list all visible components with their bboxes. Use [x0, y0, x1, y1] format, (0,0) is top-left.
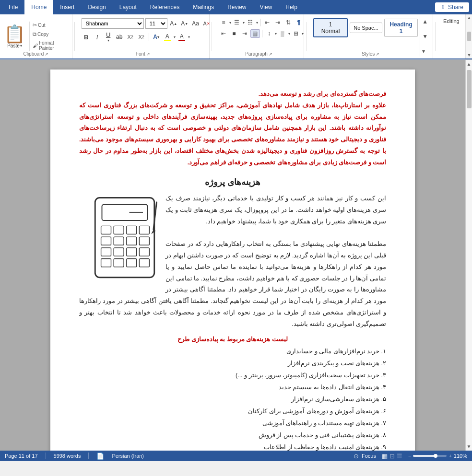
svg-rect-16 [114, 259, 124, 267]
tab-help[interactable]: Help [279, 0, 304, 14]
tab-insert[interactable]: Insert [53, 0, 81, 14]
styles-scroll-up[interactable]: ▲ [422, 18, 428, 25]
paste-dropdown-arrow[interactable]: ▾ [20, 44, 22, 48]
scroll-thumb[interactable] [467, 70, 472, 108]
format-painter-icon: 🖌 [33, 43, 38, 48]
focus-label: Focus [362, 453, 376, 459]
subheading: لیست هزینه‌های مربوط به پیاده‌سازی طرح [79, 336, 386, 343]
change-case-button[interactable]: Aa [191, 19, 201, 28]
print-layout-button[interactable]: ▦ [382, 453, 388, 460]
bold-button[interactable]: B [82, 32, 91, 42]
tab-view[interactable]: View [253, 0, 279, 14]
show-hide-button[interactable]: ¶ [294, 18, 304, 27]
style-heading1-button[interactable]: Heading 1 [384, 19, 418, 37]
tab-design[interactable]: Design [81, 0, 112, 14]
language-label: Persian (Iran) [112, 453, 144, 459]
view-buttons: ▦ ⊡ ☰ [382, 453, 402, 460]
increase-indent-button[interactable]: ⇥ [273, 18, 283, 27]
borders-button[interactable]: ⊞ [291, 29, 301, 38]
doc-scrollbar[interactable]: ▲ ▼ [465, 60, 472, 451]
font-name-select[interactable]: Shabnam [82, 18, 144, 29]
justify-button[interactable]: ▤ [250, 29, 260, 38]
tab-layout[interactable]: Layout [113, 0, 143, 14]
zoom-level: 110% [454, 453, 467, 459]
bullets-button[interactable]: ≡ [219, 18, 228, 27]
copy-button[interactable]: ⧉ Copy [32, 31, 68, 38]
tab-home[interactable]: Home [24, 0, 53, 14]
paste-icon: 📋 [4, 24, 25, 44]
numbering-dropdown[interactable]: ▾ [243, 21, 245, 25]
style-nospace-button[interactable]: No Spac... [350, 23, 382, 33]
clipboard-label: Clipboard [23, 51, 44, 57]
ribbon-scroll-down[interactable]: ▼ [467, 53, 471, 58]
cut-button[interactable]: ✂ Cut [32, 22, 68, 29]
zoom-handle[interactable] [434, 454, 437, 458]
increase-font-button[interactable]: A▲ [169, 19, 178, 28]
tab-references[interactable]: References [143, 0, 186, 14]
read-mode-button[interactable]: ☰ [397, 453, 402, 460]
ribbon-scroll-up[interactable]: ▲ [467, 15, 471, 20]
highlight-dropdown[interactable]: ▾ [174, 35, 176, 39]
share-icon: ⇧ [441, 4, 446, 11]
svg-rect-7 [101, 237, 111, 245]
ribbon-scrollbar[interactable]: ▲ ▼ [466, 14, 472, 58]
paragraph-group-label: Paragraph [245, 51, 268, 57]
paragraph-dialog-icon[interactable]: ↗ [269, 52, 272, 57]
align-center-button[interactable]: ■ [229, 29, 239, 38]
strikethrough-button[interactable]: ab [115, 32, 124, 42]
font-size-select[interactable]: 11 [145, 18, 167, 29]
shading-dropdown[interactable]: ▾ [288, 32, 290, 36]
borders-dropdown[interactable]: ▾ [302, 32, 304, 36]
font-group: Shabnam 11 A▲ A▼ Aa A✕ B I U ▾ [77, 14, 210, 58]
share-button[interactable]: ⇧ Share [435, 2, 469, 12]
zoom-out-button[interactable]: − [408, 453, 411, 459]
font-color-button[interactable]: A [177, 32, 187, 42]
font-color-dropdown[interactable]: ▾ [188, 35, 190, 39]
font-dialog-icon[interactable]: ↗ [146, 52, 150, 57]
word-count-label: 5998 words [54, 453, 81, 459]
scroll-up-arrow[interactable]: ▲ [465, 60, 472, 68]
clipboard-dialog-icon[interactable]: ↗ [45, 52, 48, 57]
styles-expand[interactable]: ▾ [422, 48, 428, 55]
paste-button[interactable]: 📋 Paste ▾ [4, 24, 25, 49]
proofing-icon: 📄 [96, 453, 104, 460]
multilevel-dropdown[interactable]: ▾ [256, 21, 258, 25]
line-spacing-dropdown[interactable]: ▾ [275, 32, 277, 36]
list-item: ۷. هزینه‌های تهیه مستندات و راهنماهای آم… [79, 418, 386, 430]
underline-dropdown[interactable]: ▾ [107, 38, 109, 43]
shading-button[interactable]: ▒ [278, 29, 287, 38]
text-highlight-button[interactable]: A [163, 32, 172, 42]
numbering-button[interactable]: ☰ [232, 18, 242, 27]
bullets-dropdown[interactable]: ▾ [229, 21, 231, 25]
styles-scroll-down[interactable]: ▼ [422, 33, 428, 40]
paste-label: Paste ▾ [7, 43, 22, 48]
multilevel-button[interactable]: ☷ [246, 18, 255, 27]
web-layout-button[interactable]: ⊡ [389, 453, 395, 460]
focus-button-area[interactable]: ⊙ Focus [354, 453, 376, 460]
superscript-button[interactable]: X2 [137, 32, 146, 42]
tab-mailings[interactable]: Mailings [186, 0, 221, 14]
text-effects-button[interactable]: A▾ [152, 32, 161, 42]
document-area: فرصت‌های گسترده‌ای برای رشد و توسعه می‌د… [0, 60, 472, 451]
sort-button[interactable]: ⇅ [283, 18, 293, 27]
zoom-fill [413, 455, 436, 457]
document-page[interactable]: فرصت‌های گسترده‌ای برای رشد و توسعه می‌د… [50, 70, 415, 451]
svg-rect-0 [95, 198, 154, 278]
style-normal-button[interactable]: 1 Normal [313, 18, 348, 37]
decrease-font-button[interactable]: A▼ [180, 19, 189, 28]
scroll-down-arrow[interactable]: ▼ [465, 442, 472, 451]
zoom-in-button[interactable]: + [448, 453, 451, 459]
tab-review[interactable]: Review [221, 0, 253, 14]
decrease-indent-button[interactable]: ⇤ [262, 18, 272, 27]
subscript-button[interactable]: X2 [126, 32, 135, 42]
line-spacing-button[interactable]: ↕ [264, 29, 274, 38]
underline-button[interactable]: U ▾ [104, 32, 113, 42]
clear-format-button[interactable]: A✕ [202, 19, 212, 28]
zoom-slider[interactable] [413, 455, 447, 457]
tab-file[interactable]: File [2, 0, 24, 14]
align-left-button[interactable]: ⇤ [219, 29, 228, 38]
styles-dialog-icon[interactable]: ↗ [376, 52, 379, 57]
italic-button[interactable]: I [93, 32, 102, 42]
format-painter-button[interactable]: 🖌 Format Painter [32, 40, 68, 51]
align-right-button[interactable]: ⇥ [240, 29, 249, 38]
